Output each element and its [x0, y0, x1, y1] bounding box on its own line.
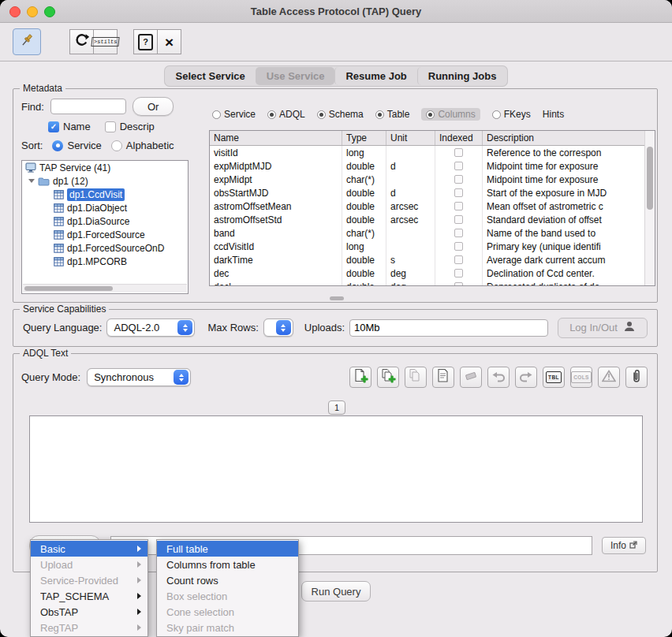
rename-tab-button[interactable]: [432, 367, 454, 388]
view-tab-adql[interactable]: ADQL: [267, 109, 305, 120]
tab-select-service[interactable]: Select Service: [166, 67, 256, 85]
close-window-button[interactable]: [9, 6, 21, 17]
parse-errors-button[interactable]: [598, 367, 620, 388]
splitpane-grip[interactable]: [330, 296, 344, 300]
pin-window-button[interactable]: [13, 28, 41, 55]
view-tab-service[interactable]: Service: [212, 109, 256, 120]
view-tab-hints[interactable]: Hints: [543, 109, 564, 120]
columns-scrollbar-thumb[interactable]: [647, 147, 653, 210]
find-logic-button[interactable]: Or: [133, 97, 174, 116]
help-button[interactable]: ?: [133, 29, 158, 54]
minimize-window-button[interactable]: [27, 6, 38, 17]
tab-use-service[interactable]: Use Service: [256, 67, 335, 85]
find-input[interactable]: [50, 99, 126, 114]
table-row[interactable]: obsStartMJD double d Start of the exposu…: [210, 186, 655, 199]
stilts-button[interactable]: >stilts: [93, 29, 118, 54]
redo-button[interactable]: [515, 367, 537, 388]
indexed-checkbox[interactable]: [454, 269, 463, 278]
uploads-field[interactable]: [349, 319, 548, 337]
header-description[interactable]: Description: [483, 131, 655, 145]
indexed-checkbox[interactable]: [454, 175, 463, 184]
close-dialog-button[interactable]: ×: [157, 29, 181, 54]
zoom-window-button[interactable]: [44, 6, 55, 17]
tree-item-dp1-schema[interactable]: dp1 (12): [22, 174, 188, 188]
sort-alphabetic-radio[interactable]: [111, 140, 122, 151]
header-indexed[interactable]: Indexed: [435, 131, 483, 145]
view-tab-fkeys[interactable]: FKeys: [492, 109, 531, 120]
add-tab-button[interactable]: [349, 367, 371, 388]
insert-columns-button[interactable]: COLS: [570, 367, 592, 388]
login-button[interactable]: Log In/Out: [558, 318, 648, 338]
tab-running-jobs[interactable]: Running Jobs: [417, 67, 507, 85]
indexed-checkbox[interactable]: [454, 282, 463, 286]
menu-item-service-provided[interactable]: Service-Provided: [31, 572, 147, 588]
tree-item-table[interactable]: dp1.CcdVisit: [22, 188, 188, 201]
table-row[interactable]: decl double deg Deprecated duplicate of …: [210, 280, 655, 286]
undo-button[interactable]: [487, 367, 510, 388]
menu-item-regtap[interactable]: RegTAP: [31, 620, 147, 635]
run-query-button[interactable]: Run Query: [301, 581, 371, 602]
info-button[interactable]: Info: [602, 537, 646, 554]
menu-item-obstap[interactable]: ObsTAP: [31, 604, 147, 620]
adql-text-area[interactable]: [29, 415, 643, 523]
indexed-checkbox[interactable]: [454, 229, 463, 237]
indexed-checkbox[interactable]: [454, 162, 463, 170]
fix-text-button[interactable]: [625, 367, 648, 388]
view-tab-columns[interactable]: Columns: [421, 108, 480, 121]
menu-item-columns-from-table[interactable]: Columns from table: [157, 557, 298, 572]
query-mode-select[interactable]: Synchronous: [87, 368, 191, 386]
menu-item-upload[interactable]: Upload: [31, 557, 147, 572]
header-type[interactable]: Type: [342, 131, 386, 145]
menu-item-cone-selection[interactable]: Cone selection: [157, 604, 298, 620]
header-name[interactable]: Name: [210, 131, 342, 145]
menu-item-full-table[interactable]: Full table: [157, 541, 298, 557]
view-tab-schema[interactable]: Schema: [317, 109, 364, 120]
table-row[interactable]: dec double deg Declination of Ccd center…: [210, 266, 655, 280]
tree-item-label: dp1 (12): [53, 176, 88, 187]
copy-tab-button[interactable]: [377, 367, 399, 388]
table-row[interactable]: expMidptMJD double d Midpoint time for e…: [210, 159, 655, 173]
indexed-checkbox[interactable]: [454, 202, 463, 210]
table-row[interactable]: astromOffsetStd double arcsec Standard d…: [210, 213, 655, 226]
reload-button[interactable]: [69, 29, 94, 54]
query-language-select[interactable]: ADQL-2.0: [106, 318, 195, 337]
menu-item-box-selection[interactable]: Box selection: [157, 588, 298, 604]
menu-item-basic[interactable]: Basic: [31, 541, 147, 557]
edit-tab-1[interactable]: 1: [328, 400, 345, 415]
table-row[interactable]: band char(*) Name of the band used to: [210, 226, 655, 240]
cell-description: Mean offset of astrometric c: [483, 199, 655, 213]
tab-resume-job[interactable]: Resume Job: [334, 67, 416, 85]
indexed-checkbox[interactable]: [454, 242, 463, 251]
tree-item-table[interactable]: dp1.ForcedSourceOnD: [22, 241, 188, 255]
header-unit[interactable]: Unit: [386, 131, 435, 145]
sort-service-radio[interactable]: [52, 140, 63, 151]
tree-item-tap-service[interactable]: TAP Service (41): [22, 161, 188, 174]
indexed-checkbox[interactable]: [454, 255, 463, 264]
tree-scrollbar-thumb[interactable]: [24, 286, 113, 291]
table-row[interactable]: expMidpt char(*) Midpoint time for expos…: [210, 173, 655, 186]
max-rows-select[interactable]: [263, 318, 293, 337]
indexed-checkbox[interactable]: [454, 148, 463, 157]
name-checkbox[interactable]: ✓: [48, 121, 59, 132]
descrip-checkbox[interactable]: [105, 121, 116, 132]
clear-text-button[interactable]: [460, 367, 482, 388]
tree-item-table[interactable]: dp1.DiaObject: [22, 201, 188, 214]
indexed-checkbox[interactable]: [454, 215, 463, 224]
menu-item-sky-pair-match[interactable]: Sky pair match: [157, 620, 298, 635]
table-row[interactable]: darkTime double s Average dark current a…: [210, 253, 655, 266]
chevron-down-icon[interactable]: [28, 179, 35, 183]
view-tab-table[interactable]: Table: [375, 109, 410, 120]
tree-item-table[interactable]: dp1.DiaSource: [22, 214, 188, 228]
tree-item-table[interactable]: dp1.MPCORB: [22, 255, 188, 268]
menu-item-count-rows[interactable]: Count rows: [157, 572, 298, 588]
tree-horizontal-scrollbar[interactable]: [23, 284, 187, 292]
remove-tab-button[interactable]: [405, 367, 427, 388]
table-row[interactable]: ccdVisitId long Primary key (unique iden…: [210, 240, 655, 253]
table-row[interactable]: visitId long Reference to the correspon: [210, 146, 655, 159]
indexed-checkbox[interactable]: [454, 188, 463, 197]
menu-item-tap-schema[interactable]: TAP_SCHEMA: [31, 588, 147, 604]
table-row[interactable]: astromOffsetMean double arcsec Mean offs…: [210, 199, 655, 213]
tree-item-table[interactable]: dp1.ForcedSource: [22, 228, 188, 241]
insert-table-button[interactable]: TBL: [543, 367, 565, 388]
columns-vertical-scrollbar[interactable]: [644, 131, 655, 285]
